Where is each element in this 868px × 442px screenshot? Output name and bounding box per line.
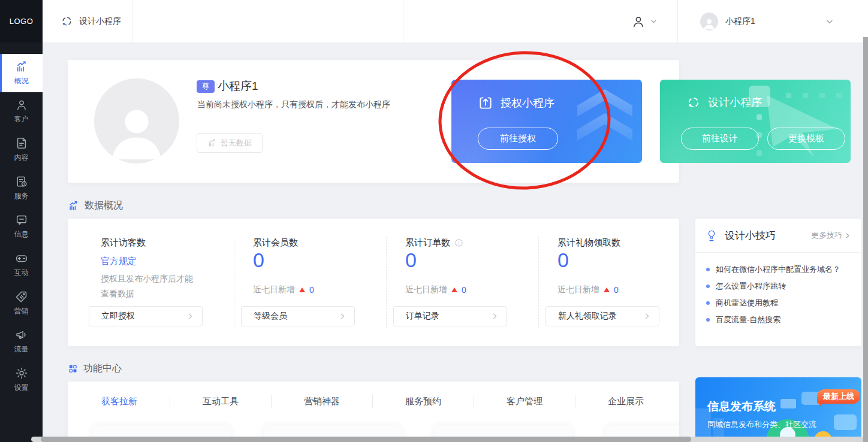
tab-customer-management[interactable]: 客户管理 [474, 396, 575, 407]
bullet-dot [706, 301, 710, 305]
sidebar-item-messages[interactable]: 信息 [0, 207, 43, 246]
feature-tabs: 获客拉新 互动工具 营销神器 服务预约 客户管理 企业展示 [68, 392, 679, 410]
header-divider [677, 0, 678, 43]
avatar [94, 78, 179, 164]
newcomer-gift-records-button[interactable]: 新人礼领取记录 [545, 306, 659, 326]
chevron-right-icon [491, 313, 498, 320]
go-authorize-button[interactable]: 前往授权 [478, 128, 558, 150]
chevron-right-icon [339, 313, 346, 320]
triangle-up-icon [604, 287, 610, 292]
triangle-up-icon [299, 287, 305, 292]
new-release-badge: 最新上线 [817, 389, 860, 404]
tip-link[interactable]: 百度流量-自然搜索 [706, 311, 851, 328]
sidebar-item-customers[interactable]: 客户 [0, 92, 43, 131]
horizontal-scrollbar-thumb[interactable] [41, 437, 691, 442]
promo-title: 信息发布系统 [707, 399, 776, 414]
stat-label: 累计礼物领取数 [557, 237, 620, 249]
feature-center-title: 功能中心 [68, 362, 122, 375]
chat-bubble-decoration [780, 399, 796, 408]
sidebar-item-interaction[interactable]: 互动 [0, 246, 43, 284]
vertical-scrollbar-track [863, 37, 868, 442]
chevron-down-icon [650, 18, 657, 25]
order-records-button[interactable]: 订单记录 [393, 306, 507, 326]
square-decoration [836, 93, 842, 98]
info-publishing-banner[interactable]: 最新上线 信息发布系统 同城信息发布和分类、社区交流 [695, 377, 861, 442]
stat-delta: 近七日新增 0 [557, 284, 619, 295]
bullet-dot [706, 318, 710, 322]
dashed-divider [386, 237, 387, 328]
tip-link[interactable]: 怎么设置小程序跳转 [706, 278, 851, 295]
chat-bubble-decoration [834, 414, 857, 430]
circle-gear-icon [61, 15, 73, 28]
sidebar-item-settings[interactable]: 设置 [0, 361, 43, 399]
authorize-card-title: 授权小程序 [501, 96, 554, 110]
header-nav-design-miniprogram[interactable]: 设计小程序 [61, 0, 121, 43]
circle-gear-icon [686, 95, 701, 110]
tab-customer-acquisition[interactable]: 获客拉新 [69, 396, 170, 407]
info-icon[interactable] [454, 238, 463, 247]
stat-value: 0 [405, 249, 417, 272]
header-nav-label: 设计小程序 [79, 16, 121, 27]
megaphone-icon [15, 328, 28, 341]
header-divider [403, 0, 403, 43]
bullet-dot [706, 284, 710, 288]
more-tips-link[interactable]: 更多技巧 [811, 230, 851, 241]
chart-icon [15, 60, 28, 73]
tab-service-booking[interactable]: 服务预约 [373, 396, 474, 407]
sidebar: 概况 客户 内容 服务 [0, 43, 43, 442]
chat-bubble-icon [15, 213, 28, 226]
sidebar-item-services[interactable]: 服务 [0, 169, 43, 207]
tab-marketing-tools[interactable]: 营销神器 [272, 396, 372, 407]
tab-interaction-tools[interactable]: 互动工具 [170, 396, 271, 407]
dashed-divider [234, 237, 234, 328]
stat-members: 累计会员数 0 近七日新增 0 等级会员 [241, 219, 379, 346]
tips-header: 设计小技巧 更多技巧 [695, 219, 861, 253]
official-rules-link[interactable]: 官方规定 [101, 256, 137, 267]
authorization-hint: 当前尚未授权小程序，只有授权后，才能发布小程序 [197, 99, 390, 110]
sidebar-item-label: 流量 [14, 344, 29, 355]
sidebar-item-content[interactable]: 内容 [0, 131, 43, 169]
feature-center-panel: 获客拉新 互动工具 营销神器 服务预约 客户管理 企业展示 [68, 382, 679, 442]
tip-link[interactable]: 商机雷达使用教程 [706, 295, 851, 311]
app-window: LOGO 设计小程序 [0, 0, 868, 442]
authorize-now-button[interactable]: 立即授权 [89, 306, 203, 326]
tab-enterprise-display[interactable]: 企业展示 [575, 396, 676, 407]
sidebar-item-label: 互动 [14, 268, 29, 278]
sidebar-item-label: 信息 [14, 229, 29, 240]
tag-icon [15, 290, 28, 303]
stat-orders: 累计订单数 0 近七日新增 0 订单记录 [393, 219, 531, 346]
stat-value: 0 [557, 249, 569, 272]
design-miniprogram-card: 设计小程序 前往设计 更换模板 [660, 80, 851, 163]
vertical-scrollbar-thumb[interactable] [863, 37, 868, 442]
account-switcher[interactable]: 小程序1 [700, 0, 833, 43]
sidebar-item-label: 设置 [14, 383, 29, 393]
chevron-right-icon [643, 313, 650, 320]
no-data-button[interactable]: 暂无数据 [197, 133, 263, 153]
tip-link[interactable]: 如何在微信小程序中配置业务域名？ [706, 261, 851, 278]
vip-badge: 尊 [197, 80, 215, 93]
top-header: 设计小程序 小程序1 [43, 0, 868, 43]
sidebar-item-label: 服务 [14, 191, 29, 201]
member-levels-button[interactable]: 等级会员 [241, 306, 355, 326]
stat-label: 累计订单数 [405, 237, 463, 249]
user-icon [631, 14, 646, 29]
square-decoration [786, 93, 791, 98]
bullet-dot [706, 268, 710, 271]
sidebar-item-overview[interactable]: 概况 [0, 54, 43, 92]
sidebar-item-marketing[interactable]: 营销 [0, 284, 43, 322]
data-overview-title: 数据概况 [68, 199, 123, 212]
person-icon [15, 98, 28, 111]
user-menu[interactable] [631, 0, 657, 43]
change-template-button[interactable]: 更换模板 [767, 128, 845, 150]
account-name: 小程序1 [725, 16, 755, 27]
chart-icon [68, 200, 79, 211]
sidebar-item-traffic[interactable]: 流量 [0, 322, 43, 361]
stat-delta: 近七日新增 0 [253, 284, 314, 295]
dashed-divider [538, 237, 539, 328]
design-tips-panel: 设计小技巧 更多技巧 如何在微信小程序中配置业务域名？ 怎么设置小程序跳转 商机… [695, 219, 861, 346]
upload-icon [478, 95, 493, 111]
tips-list: 如何在微信小程序中配置业务域名？ 怎么设置小程序跳转 商机雷达使用教程 百度流量… [695, 253, 861, 328]
go-design-button[interactable]: 前往设计 [681, 128, 759, 150]
sidebar-item-label: 概况 [14, 76, 29, 86]
avatar [700, 13, 718, 31]
